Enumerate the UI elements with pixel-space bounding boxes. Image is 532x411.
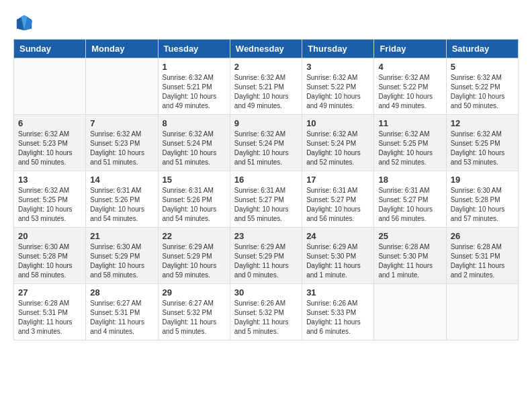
day-cell: 21Sunrise: 6:30 AMSunset: 5:29 PMDayligh… xyxy=(86,228,158,284)
day-cell: 20Sunrise: 6:30 AMSunset: 5:28 PMDayligh… xyxy=(14,228,86,284)
day-cell xyxy=(446,284,518,340)
day-number: 18 xyxy=(378,175,441,185)
day-number: 15 xyxy=(163,175,226,185)
day-number: 30 xyxy=(234,287,298,298)
day-number: 10 xyxy=(306,118,369,128)
day-number: 14 xyxy=(90,175,153,185)
day-info: Sunrise: 6:26 AMSunset: 5:32 PMDaylight:… xyxy=(234,299,298,336)
day-info: Sunrise: 6:32 AMSunset: 5:25 PMDaylight:… xyxy=(18,186,81,224)
day-cell: 29Sunrise: 6:27 AMSunset: 5:32 PMDayligh… xyxy=(158,284,230,340)
day-number: 29 xyxy=(163,287,226,298)
day-info: Sunrise: 6:30 AMSunset: 5:28 PMDaylight:… xyxy=(451,186,514,224)
day-cell: 31Sunrise: 6:26 AMSunset: 5:33 PMDayligh… xyxy=(302,284,374,340)
day-number: 16 xyxy=(234,175,298,185)
day-info: Sunrise: 6:32 AMSunset: 5:24 PMDaylight:… xyxy=(163,130,226,167)
day-number: 26 xyxy=(451,231,514,241)
day-number: 12 xyxy=(451,118,514,128)
day-info: Sunrise: 6:29 AMSunset: 5:29 PMDaylight:… xyxy=(234,242,298,280)
day-info: Sunrise: 6:32 AMSunset: 5:24 PMDaylight:… xyxy=(234,130,298,167)
day-number: 2 xyxy=(234,62,298,72)
day-info: Sunrise: 6:32 AMSunset: 5:25 PMDaylight:… xyxy=(451,130,514,167)
day-cell: 27Sunrise: 6:28 AMSunset: 5:31 PMDayligh… xyxy=(14,284,86,340)
day-info: Sunrise: 6:27 AMSunset: 5:31 PMDaylight:… xyxy=(90,299,153,336)
day-info: Sunrise: 6:29 AMSunset: 5:29 PMDaylight:… xyxy=(163,242,226,280)
day-number: 20 xyxy=(18,231,81,241)
day-info: Sunrise: 6:32 AMSunset: 5:24 PMDaylight:… xyxy=(306,130,369,167)
day-number: 7 xyxy=(90,118,153,128)
day-cell: 10Sunrise: 6:32 AMSunset: 5:24 PMDayligh… xyxy=(302,115,374,171)
day-cell: 7Sunrise: 6:32 AMSunset: 5:23 PMDaylight… xyxy=(86,115,158,171)
day-cell: 9Sunrise: 6:32 AMSunset: 5:24 PMDaylight… xyxy=(230,115,302,171)
header-saturday: Saturday xyxy=(446,40,518,58)
day-cell: 26Sunrise: 6:28 AMSunset: 5:31 PMDayligh… xyxy=(446,228,518,284)
day-info: Sunrise: 6:28 AMSunset: 5:31 PMDaylight:… xyxy=(451,242,514,280)
day-info: Sunrise: 6:32 AMSunset: 5:23 PMDaylight:… xyxy=(18,130,81,167)
day-info: Sunrise: 6:32 AMSunset: 5:23 PMDaylight:… xyxy=(90,130,153,167)
logo-icon xyxy=(15,13,34,32)
day-info: Sunrise: 6:31 AMSunset: 5:26 PMDaylight:… xyxy=(163,186,226,224)
day-cell: 4Sunrise: 6:32 AMSunset: 5:22 PMDaylight… xyxy=(374,58,446,115)
day-number: 9 xyxy=(234,118,298,128)
day-cell: 24Sunrise: 6:29 AMSunset: 5:30 PMDayligh… xyxy=(302,228,374,284)
day-info: Sunrise: 6:28 AMSunset: 5:31 PMDaylight:… xyxy=(18,299,81,336)
day-cell xyxy=(374,284,446,340)
day-info: Sunrise: 6:32 AMSunset: 5:22 PMDaylight:… xyxy=(306,73,369,111)
day-number: 8 xyxy=(163,118,226,128)
day-cell: 18Sunrise: 6:31 AMSunset: 5:27 PMDayligh… xyxy=(374,171,446,228)
day-info: Sunrise: 6:29 AMSunset: 5:30 PMDaylight:… xyxy=(306,242,369,280)
day-cell: 19Sunrise: 6:30 AMSunset: 5:28 PMDayligh… xyxy=(446,171,518,228)
day-number: 13 xyxy=(18,175,81,185)
week-row-3: 13Sunrise: 6:32 AMSunset: 5:25 PMDayligh… xyxy=(14,171,519,228)
day-info: Sunrise: 6:28 AMSunset: 5:30 PMDaylight:… xyxy=(378,242,441,280)
day-info: Sunrise: 6:32 AMSunset: 5:21 PMDaylight:… xyxy=(234,73,298,111)
week-row-5: 27Sunrise: 6:28 AMSunset: 5:31 PMDayligh… xyxy=(14,284,519,340)
day-cell: 1Sunrise: 6:32 AMSunset: 5:21 PMDaylight… xyxy=(158,58,230,115)
day-cell: 5Sunrise: 6:32 AMSunset: 5:22 PMDaylight… xyxy=(446,58,518,115)
header-thursday: Thursday xyxy=(302,40,374,58)
calendar-table: SundayMondayTuesdayWednesdayThursdayFrid… xyxy=(13,39,519,340)
day-cell: 2Sunrise: 6:32 AMSunset: 5:21 PMDaylight… xyxy=(230,58,302,115)
day-number: 31 xyxy=(306,287,369,298)
day-number: 17 xyxy=(306,175,369,185)
day-info: Sunrise: 6:31 AMSunset: 5:27 PMDaylight:… xyxy=(306,186,369,224)
day-cell: 12Sunrise: 6:32 AMSunset: 5:25 PMDayligh… xyxy=(446,115,518,171)
day-cell: 25Sunrise: 6:28 AMSunset: 5:30 PMDayligh… xyxy=(374,228,446,284)
day-info: Sunrise: 6:30 AMSunset: 5:28 PMDaylight:… xyxy=(18,242,81,280)
day-cell: 8Sunrise: 6:32 AMSunset: 5:24 PMDaylight… xyxy=(158,115,230,171)
week-row-2: 6Sunrise: 6:32 AMSunset: 5:23 PMDaylight… xyxy=(14,115,519,171)
day-cell: 22Sunrise: 6:29 AMSunset: 5:29 PMDayligh… xyxy=(158,228,230,284)
day-info: Sunrise: 6:30 AMSunset: 5:29 PMDaylight:… xyxy=(90,242,153,280)
day-cell: 17Sunrise: 6:31 AMSunset: 5:27 PMDayligh… xyxy=(302,171,374,228)
header-wednesday: Wednesday xyxy=(230,40,302,58)
day-number: 19 xyxy=(451,175,514,185)
day-cell: 23Sunrise: 6:29 AMSunset: 5:29 PMDayligh… xyxy=(230,228,302,284)
day-cell: 15Sunrise: 6:31 AMSunset: 5:26 PMDayligh… xyxy=(158,171,230,228)
day-number: 11 xyxy=(378,118,441,128)
day-cell: 28Sunrise: 6:27 AMSunset: 5:31 PMDayligh… xyxy=(86,284,158,340)
header-tuesday: Tuesday xyxy=(158,40,230,58)
day-cell: 30Sunrise: 6:26 AMSunset: 5:32 PMDayligh… xyxy=(230,284,302,340)
day-number: 23 xyxy=(234,231,298,241)
day-info: Sunrise: 6:32 AMSunset: 5:25 PMDaylight:… xyxy=(378,130,441,167)
day-number: 22 xyxy=(163,231,226,241)
day-info: Sunrise: 6:31 AMSunset: 5:27 PMDaylight:… xyxy=(378,186,441,224)
day-number: 4 xyxy=(378,62,441,72)
day-number: 3 xyxy=(306,62,369,72)
week-row-4: 20Sunrise: 6:30 AMSunset: 5:28 PMDayligh… xyxy=(14,228,519,284)
day-number: 27 xyxy=(18,287,81,298)
day-cell xyxy=(14,58,86,115)
day-number: 28 xyxy=(90,287,153,298)
header-friday: Friday xyxy=(374,40,446,58)
day-info: Sunrise: 6:31 AMSunset: 5:26 PMDaylight:… xyxy=(90,186,153,224)
day-info: Sunrise: 6:26 AMSunset: 5:33 PMDaylight:… xyxy=(306,299,369,336)
page-header xyxy=(13,13,519,32)
day-cell: 16Sunrise: 6:31 AMSunset: 5:27 PMDayligh… xyxy=(230,171,302,228)
day-cell: 11Sunrise: 6:32 AMSunset: 5:25 PMDayligh… xyxy=(374,115,446,171)
header-sunday: Sunday xyxy=(14,40,86,58)
day-number: 25 xyxy=(378,231,441,241)
day-number: 24 xyxy=(306,231,369,241)
calendar-header-row: SundayMondayTuesdayWednesdayThursdayFrid… xyxy=(14,40,519,58)
day-cell: 3Sunrise: 6:32 AMSunset: 5:22 PMDaylight… xyxy=(302,58,374,115)
day-cell xyxy=(86,58,158,115)
day-number: 1 xyxy=(163,62,226,72)
